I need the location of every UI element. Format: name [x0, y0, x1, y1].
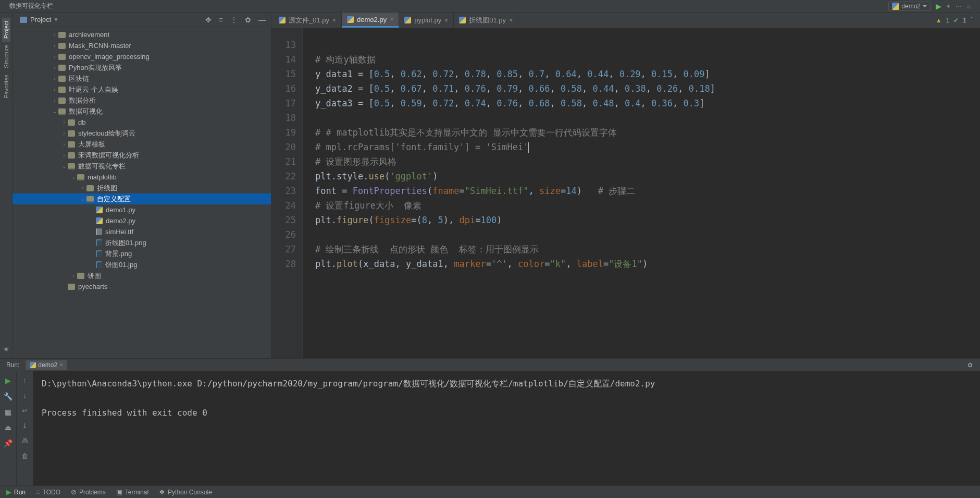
- close-icon[interactable]: ×: [390, 16, 393, 23]
- tree-node[interactable]: 折线图01.png: [13, 237, 271, 248]
- expand-icon[interactable]: ⌄: [51, 108, 58, 114]
- ok-icon[interactable]: ✔: [953, 17, 959, 24]
- tree-node[interactable]: ›数据分析: [13, 95, 271, 106]
- expand-icon[interactable]: ›: [51, 43, 58, 48]
- tab-icon: ≡: [36, 488, 40, 496]
- wrench-icon[interactable]: 🔧: [4, 392, 13, 400]
- tree-node[interactable]: ›区块链: [13, 73, 271, 84]
- bottom-tab-python-console[interactable]: ❖Python Console: [159, 488, 212, 496]
- expand-icon[interactable]: ›: [60, 152, 68, 158]
- expand-icon[interactable]: ⌄: [79, 196, 86, 202]
- bottom-tab-problems[interactable]: ⊘Problems: [71, 488, 106, 496]
- print-icon[interactable]: 🖶: [21, 437, 28, 445]
- warning-icon[interactable]: ▲: [936, 17, 942, 24]
- rerun-icon[interactable]: ▶: [5, 376, 11, 385]
- tree-node[interactable]: ⌄自定义配置: [13, 193, 271, 204]
- expand-icon[interactable]: ›: [70, 273, 77, 278]
- tree-node[interactable]: ⌄matplotlib: [13, 172, 271, 183]
- chevron-down-icon[interactable]: ▼: [53, 17, 58, 22]
- bottom-tab-todo[interactable]: ≡TODO: [36, 488, 60, 496]
- tree-node[interactable]: ›opencv_image_processing: [13, 51, 271, 62]
- tree-node[interactable]: simHei.ttf: [13, 226, 271, 237]
- expand-icon[interactable]: ⌄: [70, 174, 77, 180]
- project-title[interactable]: Project: [30, 16, 51, 23]
- tree-node[interactable]: demo1.py: [13, 204, 271, 215]
- expand-icon[interactable]: ›: [79, 185, 86, 191]
- stop-icon[interactable]: ▦: [5, 408, 11, 416]
- side-tab-structure[interactable]: Structure: [2, 42, 10, 71]
- settings-icon[interactable]: ✿: [245, 16, 251, 24]
- editor-tab[interactable]: 折线图01.py×: [454, 13, 518, 28]
- tree-node[interactable]: pyecharts: [13, 281, 271, 292]
- side-tab-project[interactable]: Project: [2, 18, 10, 42]
- expand-icon[interactable]: ⌄: [60, 163, 68, 169]
- expand-icon[interactable]: ›: [60, 130, 68, 136]
- tree-node[interactable]: 背景.png: [13, 248, 271, 259]
- hide-icon[interactable]: —: [258, 16, 266, 24]
- search-icon[interactable]: ⌕: [967, 3, 971, 10]
- pin-icon[interactable]: 📌: [4, 439, 13, 447]
- editor-tab[interactable]: 源文件_01.py×: [274, 13, 342, 28]
- expand-icon[interactable]: ≡: [219, 16, 223, 24]
- collapse-icon[interactable]: ⋮: [230, 16, 238, 24]
- tab-label: Problems: [79, 489, 106, 496]
- structure-icon[interactable]: ★: [3, 345, 9, 353]
- tree-node[interactable]: ›宋词数据可视化分析: [13, 150, 271, 161]
- tree-node-label: 折线图: [97, 184, 117, 193]
- editor-tab[interactable]: demo2.py×: [342, 13, 399, 28]
- tree-node[interactable]: ›stylecloud绘制词云: [13, 128, 271, 139]
- up-arrow-icon[interactable]: ↑: [23, 376, 27, 384]
- editor-tab[interactable]: pyplot.py×: [399, 13, 454, 28]
- close-icon[interactable]: ×: [59, 361, 63, 369]
- expand-icon[interactable]: ›: [51, 76, 58, 81]
- tree-node[interactable]: demo2.py: [13, 215, 271, 226]
- expand-icon[interactable]: ›: [60, 119, 68, 125]
- exit-icon[interactable]: ⏏: [5, 423, 11, 432]
- bottom-tab-terminal[interactable]: ▣Terminal: [116, 488, 148, 496]
- project-panel: Project ▼ ✥ ≡ ⋮ ✿ — ›archievement›Mask_R…: [13, 13, 271, 358]
- run-output[interactable]: D:\python\Anaconda3\python.exe D:/python…: [33, 371, 980, 485]
- expand-icon[interactable]: ›: [60, 141, 68, 147]
- clear-icon[interactable]: 🗑: [21, 452, 28, 460]
- tree-node[interactable]: ›db: [13, 117, 271, 128]
- expand-icon[interactable]: ›: [51, 54, 58, 59]
- debug-icon[interactable]: ⌖: [947, 3, 950, 10]
- tree-node[interactable]: ›叶庭云 个人自娱: [13, 84, 271, 95]
- folder-icon: [58, 32, 66, 38]
- tree-node[interactable]: ›archievement: [13, 29, 271, 40]
- font-file-icon: [96, 228, 102, 235]
- tree-node[interactable]: ›折线图: [13, 183, 271, 193]
- tree-node[interactable]: ⌄数据可视化: [13, 106, 271, 117]
- expand-icon[interactable]: ›: [51, 65, 58, 70]
- down-arrow-icon[interactable]: ↓: [23, 392, 27, 399]
- code-editor[interactable]: 13 14 15 16 17 18 19 20 21 22 23 24 25 2…: [271, 28, 980, 358]
- tree-node[interactable]: ›Pyhon实现放风筝: [13, 62, 271, 73]
- tree-node[interactable]: ›Mask_RCNN-master: [13, 40, 271, 51]
- folder-icon: [58, 108, 66, 115]
- project-tree[interactable]: ›archievement›Mask_RCNN-master›opencv_im…: [13, 27, 271, 358]
- tree-node[interactable]: ⌄数据可视化专栏: [13, 161, 271, 172]
- close-icon[interactable]: ×: [509, 17, 513, 24]
- code-content[interactable]: # 构造y轴数据 y_data1 = [0.5, 0.62, 0.72, 0.7…: [303, 28, 980, 358]
- more-icon[interactable]: ⋯: [956, 3, 962, 10]
- tree-node[interactable]: ›大屏模板: [13, 139, 271, 150]
- run-tab[interactable]: demo2 ×: [26, 360, 67, 370]
- tree-node[interactable]: 饼图01.jpg: [13, 259, 271, 270]
- tree-node[interactable]: ›饼图: [13, 270, 271, 281]
- run-icon[interactable]: ▶: [936, 2, 941, 10]
- scroll-icon[interactable]: ⤓: [22, 422, 28, 430]
- breadcrumb-item[interactable]: 数据可视化专栏: [9, 2, 53, 10]
- expand-icon[interactable]: ›: [51, 32, 58, 38]
- expand-icon[interactable]: ›: [51, 87, 58, 92]
- locate-icon[interactable]: ✥: [205, 16, 212, 24]
- close-icon[interactable]: ×: [332, 17, 336, 24]
- softwrap-icon[interactable]: ↩: [22, 407, 28, 415]
- close-icon[interactable]: ×: [444, 17, 448, 24]
- side-tab-favorites[interactable]: Favorites: [2, 71, 10, 101]
- run-config-selector[interactable]: demo2: [888, 2, 931, 11]
- chevron-up-icon[interactable]: ˆ: [971, 17, 973, 24]
- bottom-tab-run[interactable]: ▶Run: [6, 488, 26, 496]
- gear-icon[interactable]: ✿: [967, 361, 980, 369]
- image-file-icon: [96, 250, 102, 257]
- expand-icon[interactable]: ›: [51, 98, 58, 103]
